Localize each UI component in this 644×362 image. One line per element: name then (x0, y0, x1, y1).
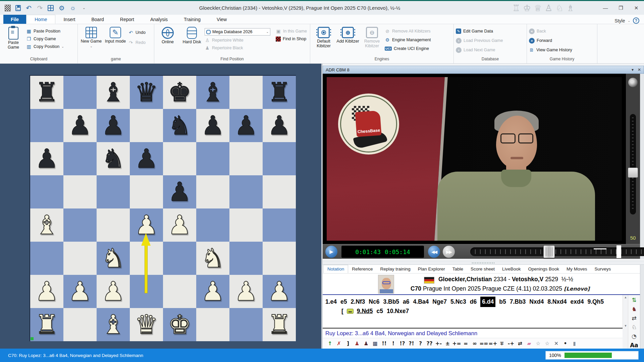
move[interactable]: Nxd4 (529, 297, 544, 307)
square-f8[interactable]: ♝ (196, 76, 229, 109)
square-g3[interactable] (229, 242, 263, 275)
black-winning[interactable]: -+ (506, 341, 516, 347)
create-uci-engine-button[interactable]: UCICreate UCI Engine (385, 46, 431, 52)
white-better[interactable]: ± (443, 341, 452, 347)
square-g1[interactable] (229, 308, 263, 341)
tab-reference[interactable]: Reference (348, 265, 376, 273)
white-bishop[interactable]: ♝ (35, 208, 59, 242)
square-a4[interactable]: ♝ (30, 208, 63, 242)
seek-slider-handle[interactable] (543, 245, 555, 258)
arrow-up-icon[interactable]: ↑ (325, 341, 334, 347)
bracket-icon[interactable]: ] (343, 341, 353, 347)
square-f2[interactable]: ♟ (196, 275, 229, 308)
board-note-icon[interactable]: ▦ (371, 341, 380, 347)
white-pawn[interactable]: ♟ (102, 275, 125, 308)
swap-lines-icon[interactable]: ⇄ (632, 315, 636, 321)
tab-plan-explorer[interactable]: Plan Explorer (414, 265, 449, 273)
remove-icon[interactable]: ✕ (552, 341, 561, 347)
square-a1[interactable]: ♜ (30, 308, 63, 341)
tab-surveys[interactable]: Surveys (591, 265, 614, 273)
white-pawn[interactable]: ♟ (68, 275, 92, 308)
horizontal-splitter[interactable] (323, 261, 644, 265)
video-frame[interactable]: ChessBase (323, 74, 626, 244)
black-queen[interactable]: ♛ (135, 76, 158, 109)
mistake[interactable]: ? (416, 341, 425, 347)
volume-slider-handle[interactable] (628, 168, 638, 178)
move[interactable]: 9.Qh5 (587, 297, 604, 307)
close-button[interactable]: ✕ (629, 1, 644, 15)
square-b5[interactable] (63, 175, 97, 208)
add-kibitzer-button[interactable]: ⊕ Add Kibitzer (336, 25, 359, 57)
moves-scrollbar[interactable]: ▲ ▼ (623, 295, 628, 328)
white-winning[interactable]: +- (434, 341, 443, 347)
square-c5[interactable] (97, 175, 130, 208)
square-a8[interactable]: ♜ (30, 76, 63, 109)
undo-icon[interactable]: ↶ (25, 4, 32, 12)
square-g6[interactable] (229, 142, 263, 175)
compensation[interactable]: =∞ (479, 341, 488, 347)
square-e5[interactable]: ♟ (163, 175, 196, 208)
delete-moves-icon[interactable]: ✗ (334, 341, 343, 347)
square-d7[interactable] (130, 109, 163, 142)
move[interactable]: e5 (340, 297, 347, 307)
minimize-button[interactable]: — (598, 1, 613, 15)
scroll-up-icon[interactable]: ▲ (623, 295, 628, 300)
counterplay[interactable]: ⇄ (516, 341, 525, 347)
square-e1[interactable]: ♚ (163, 308, 196, 341)
black-pawn[interactable]: ♟ (68, 109, 92, 142)
paste-game-button[interactable]: Paste Game (2, 25, 25, 57)
square-e8[interactable]: ♚ (163, 76, 196, 109)
square-e6[interactable] (163, 142, 196, 175)
move[interactable]: 7.Bb3 (510, 297, 526, 307)
star-plus-icon[interactable]: ☆ (543, 341, 552, 347)
view-game-history-button[interactable]: 🗎View Game History (529, 47, 572, 53)
new-game-button[interactable]: New Game ⌄ (80, 25, 103, 57)
square-d6[interactable]: ♟ (130, 142, 163, 175)
variation-move[interactable]: c5 (376, 308, 383, 315)
red-pawn-icon[interactable]: ♟ (353, 341, 362, 347)
move[interactable]: d6 (470, 297, 477, 307)
square-b3[interactable] (63, 242, 97, 275)
white-player[interactable]: Gloeckler,Christian (438, 276, 492, 283)
tab-notation[interactable]: Notation (323, 265, 348, 273)
square-h4[interactable] (263, 208, 296, 242)
square-h3[interactable] (263, 242, 296, 275)
square-b1[interactable] (63, 308, 97, 341)
dot-icon[interactable]: • (561, 341, 570, 347)
star-icon[interactable]: ☆ (534, 341, 543, 347)
black-pawn[interactable]: ♟ (135, 142, 158, 175)
square-a2[interactable]: ♟ (30, 275, 63, 308)
scroll-down-icon[interactable]: ▼ (623, 323, 628, 328)
black-knight[interactable]: ♞ (168, 109, 192, 142)
video-panel-header[interactable]: ADR CBM 8 ▾ ✕ (323, 66, 644, 74)
black-rook[interactable]: ♜ (268, 76, 291, 109)
square-a7[interactable] (30, 109, 63, 142)
square-c8[interactable]: ♝ (97, 76, 130, 109)
square-a5[interactable] (30, 175, 63, 208)
black-pawn[interactable]: ♟ (268, 109, 291, 142)
database-select[interactable]: Mega Database 2026 ⌄ (205, 28, 270, 36)
square-h5[interactable] (263, 175, 296, 208)
tab-livebook[interactable]: LiveBook (498, 265, 525, 273)
black-player[interactable]: Vetoshko,V (512, 276, 543, 283)
move[interactable]: 2.Nf3 (351, 297, 365, 307)
restore-button[interactable]: ❐ (613, 1, 629, 15)
white-pawn[interactable]: ♟ (35, 275, 59, 308)
ribbon-tab-training[interactable]: Training (176, 15, 209, 24)
move[interactable]: 8.Nxd4 (547, 297, 567, 307)
move[interactable]: a6 (403, 297, 409, 307)
square-c2[interactable]: ♟ (97, 275, 130, 308)
black-slightly-better[interactable]: =+ (488, 341, 497, 347)
square-d8[interactable]: ♛ (130, 76, 163, 109)
unannotate-icon[interactable]: ⇅ (632, 297, 636, 303)
white-pawn[interactable]: ♟ (201, 275, 225, 308)
tab-openings-book[interactable]: Openings Book (525, 265, 563, 273)
white-bishop[interactable]: ♝ (102, 308, 125, 341)
chess-board[interactable]: ♜♝♛♚♝♜♟♟♞♟♟♟♟♞♟♟♝♟♟♞♞♟♟♟♟♟♟♜♝♛♚♜ (30, 76, 296, 341)
square-h6[interactable] (263, 142, 296, 175)
move[interactable]: 3.Bb5 (383, 297, 399, 307)
volume-slider[interactable] (630, 114, 636, 215)
variation-move[interactable]: 9.Nd5 (357, 308, 373, 315)
square-b8[interactable] (63, 76, 97, 109)
square-h1[interactable]: ♜ (263, 308, 296, 341)
